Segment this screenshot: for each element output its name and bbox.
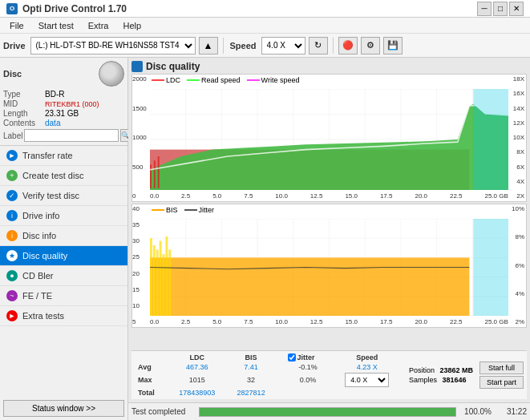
menu-help[interactable]: Help [116,19,148,32]
disc-quality-icon: ★ [6,250,18,261]
start-full-button[interactable]: Start full [479,361,524,374]
nav-transfer-rate-label: Transfer rate [22,151,73,160]
y-bot-right-2: 6% [508,263,526,269]
disc-length-value: 23.31 GB [45,109,79,118]
jitter-checkbox[interactable] [288,353,296,361]
menu-file[interactable]: File [3,19,30,32]
position-value: 23862 MB [439,366,473,374]
x-bot-4: 10.0 [275,318,288,325]
x-bot-1: 2.5 [181,318,190,325]
y-left-3: 500 [132,164,150,171]
nav-disc-quality[interactable]: ★ Disc quality [0,246,127,266]
options-button[interactable]: 🔴 [338,37,358,55]
y-bot-left-4: 20 [132,271,150,277]
svg-rect-39 [160,241,162,317]
stats-total-ldc: 178438903 [167,388,226,398]
stats-avg-bis: 7.41 [227,362,275,372]
legend-jitter-label: Jitter [199,206,215,214]
legend-ldc: LDC [152,76,180,84]
speed-select[interactable]: 4.0 X [261,37,305,55]
stats-max-ldc: 1015 [167,372,226,388]
nav-verify-test-disc[interactable]: ✓ Verify test disc [0,186,127,206]
drive-select[interactable]: (L:) HL-DT-ST BD-RE WH16NS58 TST4 [30,37,196,55]
legend-bis: BIS [152,206,178,214]
stats-max-speed-setting: 4.0 X [331,372,402,388]
legend-write: Write speed [247,76,300,84]
close-button[interactable]: ✕ [509,2,524,16]
titlebar: O Opti Drive Control 1.70 ─ □ ✕ [0,0,530,18]
minimize-button[interactable]: ─ [477,2,492,16]
disc-icon [99,61,124,87]
x-bot-10: 25.0 GB [485,318,508,325]
nav-disc-info[interactable]: i Disc info [0,226,127,246]
nav-extra-tests[interactable]: ► Extra tests [0,306,127,326]
legend-read-label: Read speed [201,76,241,84]
x-bot-6: 15.0 [345,318,358,325]
nav-verify-test-disc-label: Verify test disc [22,191,79,200]
stats-avg-label: Avg [135,362,167,372]
disc-header: Disc [3,61,124,87]
speed-label: Speed [230,41,257,50]
stats-th-ldc: LDC [167,353,226,362]
svg-rect-41 [165,236,168,316]
disc-quality-header: Disc quality [131,61,527,72]
top-chart-y-right: 18X 16X 14X 12X 10X 8X 6X 4X 2X [508,75,526,201]
top-chart: LDC Read speed Write speed 2000 [131,74,527,202]
stats-row: LDC BIS Jitter Speed [131,350,527,399]
stats-total-row: Total 178438903 2827812 [135,388,403,398]
status-window-button[interactable]: Status window >> [3,400,124,417]
stats-max-empty [275,372,284,388]
drive-info-icon: i [6,210,18,221]
x-top-6: 15.0 [345,192,358,200]
y-right-2: 14X [508,106,526,112]
stats-avg-row: Avg 467.36 7.41 -0.1% 4.23 X [135,362,403,372]
nav-cd-bler-label: CD Bler [22,271,54,281]
disc-quality-panel: Disc quality LDC Read speed [128,58,530,402]
maximize-button[interactable]: □ [493,2,508,16]
nav-drive-info[interactable]: i Drive info [0,206,127,226]
refresh-button[interactable]: ↻ [309,37,328,55]
disc-panel: Disc Type BD-R MID RITEKBR1 (000) Length… [0,58,127,146]
y-right-5: 8X [508,149,526,155]
bottom-chart: BIS Jitter 40 35 30 25 20 [131,204,527,328]
x-bot-2: 5.0 [212,318,221,325]
svg-rect-38 [156,250,159,317]
stats-th-empty2 [275,353,284,362]
y-bot-right-4: 2% [508,319,526,325]
nav-fe-te[interactable]: ~ FE / TE [0,286,127,306]
settings-button[interactable]: ⚙ [361,37,380,55]
legend-read-color [187,79,200,81]
y-left-2: 1000 [132,135,150,141]
position-info: Position 23862 MB Samples 381646 [409,366,473,384]
bottom-chart-y-right: 10% 8% 6% 4% 2% [508,204,526,327]
y-bot-right-3: 4% [508,291,526,297]
x-top-4: 10.0 [275,192,288,200]
start-part-button[interactable]: Start part [479,376,524,389]
menu-extra[interactable]: Extra [82,19,115,32]
extra-tests-icon: ► [6,310,18,321]
menu-starttest[interactable]: Start test [32,19,80,32]
svg-rect-19 [473,89,508,190]
y-bot-right-1: 8% [508,234,526,240]
stats-avg-empty [275,362,284,372]
eject-button[interactable]: ▲ [199,37,218,55]
speed-setting-select[interactable]: 4.0 X [345,373,389,387]
disc-contents-value: data [45,119,60,127]
disc-label-input[interactable] [24,129,119,142]
x-top-3: 7.5 [244,192,253,200]
disc-quality-title: Disc quality [146,61,200,72]
titlebar-controls: ─ □ ✕ [477,2,524,16]
top-chart-legend: LDC Read speed Write speed [152,76,299,84]
svg-rect-43 [473,219,508,316]
legend-read: Read speed [187,76,241,84]
top-chart-x-axis: 0.0 2.5 5.0 7.5 10.0 12.5 15.0 17.5 20.0… [150,190,508,201]
save-button[interactable]: 💾 [383,37,403,55]
jitter-checkbox-label[interactable]: Jitter [288,353,329,361]
nav-cd-bler[interactable]: ● CD Bler [0,266,127,286]
nav-transfer-rate[interactable]: ► Transfer rate [0,146,127,166]
stats-th-speed: Speed [331,353,402,362]
progress-fill [200,408,455,416]
nav-create-test-disc[interactable]: + Create test disc [0,166,127,186]
y-right-0: 18X [508,76,526,83]
x-bot-7: 17.5 [380,318,393,325]
